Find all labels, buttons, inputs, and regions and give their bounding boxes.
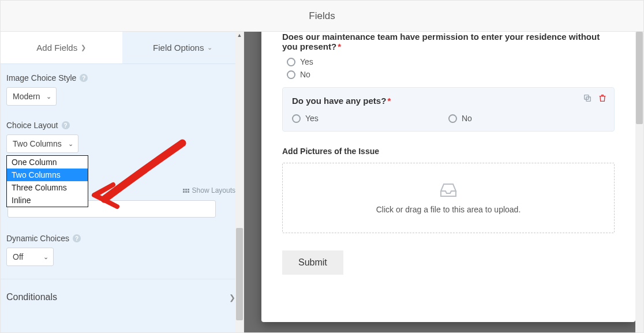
radio-no[interactable]: No — [287, 70, 615, 79]
submit-button[interactable]: Submit — [282, 250, 343, 275]
tab-add-fields-label: Add Fields — [36, 43, 77, 53]
show-layouts-link[interactable]: Show Layouts — [183, 186, 235, 194]
radio-icon — [292, 114, 301, 123]
conditionals-section[interactable]: Conditionals ❯ — [6, 279, 238, 317]
form-preview-canvas: Does our maintenance team have permissio… — [244, 32, 643, 332]
dynamic-choices-value: Off — [13, 252, 23, 261]
choice-layout-select[interactable]: Two Columns ⌄ — [6, 134, 78, 153]
chevron-down-icon: ⌄ — [46, 93, 51, 100]
radio-pets-no-label: No — [462, 114, 472, 123]
chevron-right-icon: ❯ — [81, 44, 86, 51]
radio-pets-no[interactable]: No — [448, 114, 605, 123]
form-card: Does our maintenance team have permissio… — [261, 32, 635, 322]
radio-no-label: No — [300, 70, 310, 79]
dynamic-choices-label: Dynamic Choices ? — [6, 234, 238, 243]
question-pets: Do you have any pets?* — [292, 96, 605, 106]
page-title: Fields — [1, 1, 643, 32]
question-permission: Does our maintenance team have permissio… — [282, 32, 615, 51]
image-style-select[interactable]: Modern ⌄ — [6, 87, 57, 106]
radio-pets-yes-label: Yes — [305, 114, 319, 123]
tab-field-options-label: Field Options — [153, 43, 204, 53]
required-marker: * — [387, 96, 391, 106]
scroll-thumb[interactable] — [636, 32, 643, 124]
radio-yes-label: Yes — [300, 57, 313, 66]
option-three-columns[interactable]: Three Columns — [7, 181, 88, 194]
radio-icon — [287, 70, 295, 79]
help-icon[interactable]: ? — [62, 121, 70, 129]
grid-icon — [183, 189, 189, 193]
canvas-scrollbar[interactable] — [635, 32, 643, 332]
left-panel: Add Fields ❯ Field Options ⌄ Image Choic… — [1, 32, 244, 332]
help-icon[interactable]: ? — [80, 74, 88, 82]
dynamic-choices-select[interactable]: Off ⌄ — [6, 248, 54, 266]
sidebar-scrollbar[interactable]: ▲ — [235, 32, 244, 332]
upload-section-label: Add Pictures of the Issue — [282, 147, 615, 156]
scroll-thumb[interactable] — [236, 228, 243, 320]
option-two-columns[interactable]: Two Columns — [7, 169, 88, 181]
radio-pets-yes[interactable]: Yes — [292, 114, 448, 123]
radio-icon — [448, 114, 457, 123]
inbox-icon — [439, 182, 458, 198]
duplicate-icon[interactable] — [583, 93, 592, 103]
image-choice-style-label: Image Choice Style ? — [6, 73, 238, 83]
tab-add-fields[interactable]: Add Fields ❯ — [1, 32, 122, 64]
conditionals-label: Conditionals — [6, 292, 57, 302]
upload-hint: Click or drag a file to this area to upl… — [376, 205, 521, 214]
option-one-column[interactable]: One Column — [7, 156, 88, 169]
help-icon[interactable]: ? — [73, 234, 81, 242]
chevron-down-icon: ⌄ — [207, 44, 212, 51]
trash-icon[interactable] — [598, 93, 607, 103]
file-upload-dropzone[interactable]: Click or drag a file to this area to upl… — [282, 163, 615, 233]
scroll-up-icon: ▲ — [235, 32, 244, 39]
chevron-down-icon: ⌄ — [68, 140, 73, 148]
tab-field-options[interactable]: Field Options ⌄ — [122, 32, 244, 64]
option-inline[interactable]: Inline — [7, 194, 88, 207]
show-layouts-label: Show Layouts — [192, 186, 235, 194]
image-style-value: Modern — [13, 92, 40, 101]
chevron-down-icon: ⌄ — [43, 253, 48, 261]
chevron-right-icon: ❯ — [229, 293, 235, 302]
choice-layout-value: Two Columns — [13, 139, 62, 148]
radio-icon — [287, 58, 295, 66]
choice-layout-dropdown: One Column Two Columns Three Columns Inl… — [6, 155, 88, 207]
choice-layout-label: Choice Layout ? — [6, 121, 238, 130]
selected-field-pets[interactable]: Do you have any pets?* Yes — [282, 87, 615, 132]
required-marker: * — [338, 42, 341, 51]
radio-yes[interactable]: Yes — [287, 57, 615, 66]
